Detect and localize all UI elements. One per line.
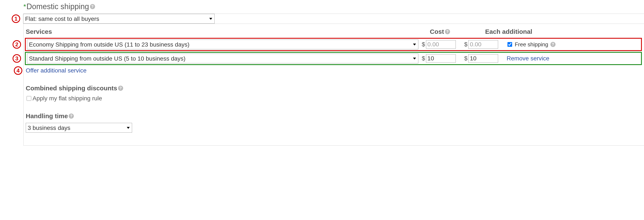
each-additional-input[interactable] <box>468 40 498 49</box>
section-title: * Domestic shipping ? <box>13 2 644 11</box>
help-icon[interactable]: ? <box>550 42 556 47</box>
annotation-marker-3: 3 <box>12 54 21 63</box>
each-additional-input[interactable] <box>468 54 498 63</box>
help-icon[interactable]: ? <box>445 29 450 34</box>
help-icon[interactable]: ? <box>90 4 95 9</box>
service-select[interactable]: Economy Shipping from outside US (11 to … <box>27 39 418 49</box>
header-services: Services <box>26 28 430 35</box>
content-area: 1 Flat: same cost to all buyers Services… <box>24 13 644 146</box>
service-select[interactable]: Standard Shipping from outside US (5 to … <box>27 54 418 63</box>
service-row-economy: 2 Economy Shipping from outside US (11 t… <box>25 38 642 51</box>
remove-service-link[interactable]: Remove service <box>506 55 549 62</box>
apply-flat-rule-checkbox[interactable] <box>26 96 31 101</box>
dollar-icon: $ <box>464 41 468 48</box>
offer-additional-link[interactable]: Offer additional service <box>26 67 86 74</box>
free-shipping-group: Free shipping ? <box>506 41 640 48</box>
cost-input[interactable] <box>426 54 456 63</box>
apply-flat-rule-row: Apply my flat shipping rule <box>26 95 644 102</box>
annotation-marker-2: 2 <box>12 40 21 49</box>
combined-discounts-title: Combined shipping discounts ? <box>26 85 644 92</box>
free-shipping-checkbox[interactable] <box>508 42 512 47</box>
cost-field: $ <box>422 40 456 49</box>
header-each: Each additional <box>485 28 540 35</box>
header-cost: Cost ? <box>430 28 485 35</box>
apply-flat-rule-label: Apply my flat shipping rule <box>32 95 102 102</box>
handling-time-title: Handling time ? <box>26 112 644 120</box>
offer-additional-row: 4 Offer additional service <box>26 67 644 74</box>
dollar-icon: $ <box>464 55 468 62</box>
cost-field: $ <box>422 54 456 63</box>
each-additional-field: $ <box>464 40 498 49</box>
service-row-standard: 3 Standard Shipping from outside US (5 t… <box>25 52 642 65</box>
cost-input[interactable] <box>426 40 456 49</box>
remove-service-group: Remove service <box>506 55 640 62</box>
help-icon[interactable]: ? <box>118 86 123 91</box>
required-star-icon: * <box>24 3 26 11</box>
annotation-marker-1: 1 <box>12 14 20 23</box>
column-headers: Services Cost ? Each additional <box>24 24 644 37</box>
free-shipping-label: Free shipping <box>515 41 548 48</box>
dollar-icon: $ <box>422 41 425 48</box>
shipping-type-row: 1 Flat: same cost to all buyers <box>24 13 644 24</box>
shipping-type-select[interactable]: Flat: same cost to all buyers <box>23 14 214 23</box>
title-text: Domestic shipping <box>26 2 89 11</box>
annotation-marker-4: 4 <box>14 66 22 75</box>
dollar-icon: $ <box>422 55 425 62</box>
handling-time-select[interactable]: 3 business days <box>26 123 132 133</box>
each-additional-field: $ <box>464 54 498 63</box>
help-icon[interactable]: ? <box>69 114 74 119</box>
